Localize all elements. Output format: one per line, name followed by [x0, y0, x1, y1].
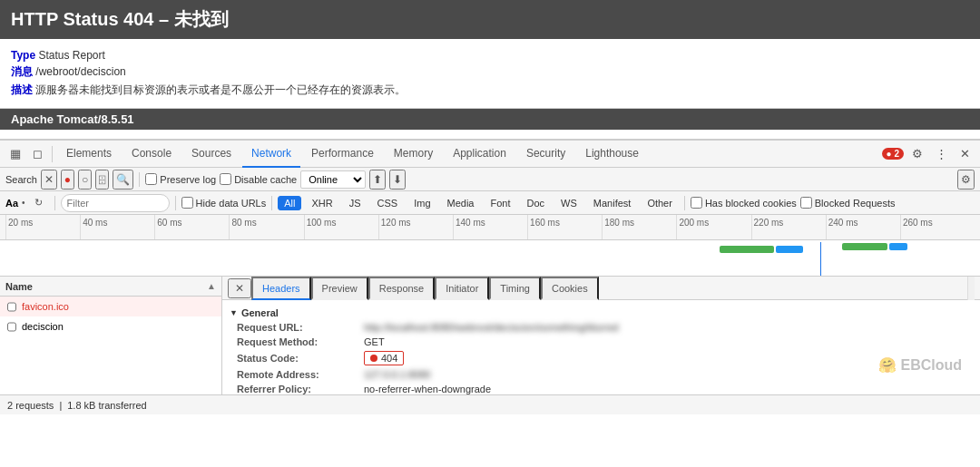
- prop-referrer-policy: Referrer Policy: no-referrer-when-downgr…: [230, 382, 973, 394]
- name-column-header: Name: [5, 281, 33, 292]
- tick-120: 120 ms: [378, 215, 453, 240]
- tick-80: 80 ms: [229, 215, 303, 240]
- device-toolbar-btn[interactable]: ◻: [27, 144, 47, 164]
- ebcloud-watermark: 🤗 EBCloud: [878, 356, 962, 374]
- tab-performance[interactable]: Performance: [302, 141, 383, 168]
- page-title: HTTP Status 404 – 未找到: [11, 9, 229, 29]
- page-content: Type Status Report 消息 /webroot/deciscion…: [0, 39, 980, 109]
- blocked-cookies-label[interactable]: Has blocked cookies: [691, 197, 797, 209]
- tab-headers[interactable]: Headers: [251, 277, 311, 300]
- hide-data-urls-checkbox[interactable]: [181, 197, 193, 209]
- filter-btn-css[interactable]: CSS: [371, 196, 405, 210]
- tab-network[interactable]: Network: [242, 141, 300, 168]
- tick-200: 200 ms: [676, 215, 750, 240]
- tab-sources[interactable]: Sources: [182, 141, 240, 168]
- filter-btn-doc[interactable]: Doc: [521, 196, 552, 210]
- favicon-name: favicon.ico: [22, 301, 69, 312]
- tab-memory[interactable]: Memory: [385, 141, 442, 168]
- tomcat-version: Apache Tomcat/8.5.51: [11, 112, 134, 126]
- blocked-cookies-checkbox[interactable]: [691, 197, 702, 209]
- request-url-label: Request URL:: [237, 322, 364, 333]
- tab-elements[interactable]: Elements: [57, 141, 121, 168]
- filter-btn-other[interactable]: Other: [641, 196, 679, 210]
- tick-260: 260 ms: [900, 215, 975, 240]
- preserve-log-text: Preserve log: [160, 174, 216, 185]
- file-list: Name ▲ favicon.ico deciscion: [0, 277, 222, 394]
- tab-console[interactable]: Console: [122, 141, 181, 168]
- tick-240: 240 ms: [826, 215, 900, 240]
- description-value: 源服务器未能找到目标资源的表示或者是不愿公开一个已经存在的资源表示。: [35, 83, 406, 96]
- filter-btn-font[interactable]: Font: [484, 196, 516, 210]
- network-settings-btn[interactable]: ⚙: [957, 170, 975, 190]
- status-code-number: 404: [381, 353, 397, 364]
- search-icon-btn[interactable]: 🔍: [113, 170, 133, 190]
- blocked-requests-text: Blocked Requests: [815, 198, 896, 209]
- list-item-favicon[interactable]: favicon.ico: [0, 297, 221, 316]
- preserve-log-checkbox[interactable]: [145, 173, 157, 185]
- tick-220: 220 ms: [751, 215, 826, 240]
- transferred-size: 1.8 kB transferred: [67, 400, 146, 411]
- tab-security[interactable]: Security: [517, 141, 574, 168]
- blocked-requests-checkbox[interactable]: [800, 197, 812, 209]
- request-url-value: http://localhost:8080/webroot/deciscion/…: [364, 322, 619, 333]
- watermark-icon: 🤗: [878, 356, 897, 374]
- record-btn[interactable]: ●: [61, 170, 74, 190]
- description-label: 描述: [11, 83, 33, 96]
- devtools-panel: ▦ ◻ Elements Console Sources Network Per…: [0, 139, 980, 414]
- inspect-icon-btn[interactable]: ▦: [5, 144, 25, 164]
- throttle-select[interactable]: Online Slow 3G Fast 3G Offline: [300, 170, 366, 189]
- export-icon-btn[interactable]: ⬇: [389, 170, 406, 190]
- request-method-label: Request Method:: [237, 336, 364, 347]
- timeline-header: 20 ms 40 ms 60 ms 80 ms 100 ms 120 ms 14…: [0, 215, 980, 240]
- filter-btn-img[interactable]: Img: [407, 196, 436, 210]
- filter-icon-btn[interactable]: ⌹: [95, 170, 109, 190]
- tab-response[interactable]: Response: [368, 277, 436, 300]
- filter-btn-js[interactable]: JS: [343, 196, 368, 210]
- refresh-btn[interactable]: ↻: [29, 193, 49, 213]
- filter-input[interactable]: [61, 194, 170, 212]
- close-search-btn[interactable]: ✕: [41, 170, 57, 190]
- preserve-log-label[interactable]: Preserve log: [145, 173, 216, 185]
- tick-140: 140 ms: [453, 215, 527, 240]
- detail-tabs-bar: ✕ Headers Preview Response Initiator Tim…: [222, 277, 980, 300]
- more-options-btn[interactable]: ⋮: [931, 144, 951, 164]
- clear-btn[interactable]: ○: [78, 170, 92, 190]
- settings-icon-btn[interactable]: ⚙: [907, 144, 927, 164]
- status-code-label: Status Code:: [237, 353, 364, 364]
- filter-btn-ws[interactable]: WS: [554, 196, 583, 210]
- tab-application[interactable]: Application: [444, 141, 515, 168]
- filter-btn-all[interactable]: All: [278, 196, 301, 210]
- file-checkbox-favicon[interactable]: [7, 301, 16, 313]
- file-checkbox-deciscion[interactable]: [7, 321, 16, 333]
- disable-cache-checkbox[interactable]: [220, 173, 231, 185]
- tomcat-bar: Apache Tomcat/8.5.51: [0, 109, 980, 130]
- detail-close-btn[interactable]: ✕: [228, 278, 251, 298]
- message-value: /webroot/deciscion: [35, 65, 125, 78]
- detail-panel: ✕ Headers Preview Response Initiator Tim…: [222, 277, 980, 394]
- disable-cache-text: Disable cache: [234, 174, 297, 185]
- aa-dot-btn[interactable]: •: [22, 198, 25, 208]
- tab-cookies[interactable]: Cookies: [541, 277, 599, 300]
- general-section: General Request URL: http://localhost:80…: [222, 300, 980, 394]
- tick-180: 180 ms: [602, 215, 676, 240]
- filter-btn-xhr[interactable]: XHR: [305, 196, 338, 210]
- tab-initiator[interactable]: Initiator: [435, 277, 489, 300]
- message-label: 消息: [11, 65, 33, 78]
- tab-lighthouse[interactable]: Lighthouse: [576, 141, 648, 168]
- disable-cache-label[interactable]: Disable cache: [220, 173, 297, 185]
- filter-btn-manifest[interactable]: Manifest: [587, 196, 638, 210]
- tab-timing[interactable]: Timing: [489, 277, 541, 300]
- tab-preview[interactable]: Preview: [311, 277, 368, 300]
- prop-request-method: Request Method: GET: [230, 335, 973, 349]
- status-code-value: 404: [364, 351, 404, 365]
- import-icon-btn[interactable]: ⬆: [369, 170, 386, 190]
- general-title: General: [230, 304, 973, 320]
- requests-count: 2 requests: [7, 400, 54, 411]
- file-list-header: Name ▲: [0, 277, 221, 297]
- close-devtools-btn[interactable]: ✕: [955, 144, 975, 164]
- filter-btn-media[interactable]: Media: [441, 196, 481, 210]
- hide-data-urls-label[interactable]: Hide data URLs: [181, 197, 267, 209]
- list-item-deciscion[interactable]: deciscion: [0, 316, 221, 336]
- prop-request-url: Request URL: http://localhost:8080/webro…: [230, 320, 973, 335]
- blocked-requests-label[interactable]: Blocked Requests: [800, 197, 896, 209]
